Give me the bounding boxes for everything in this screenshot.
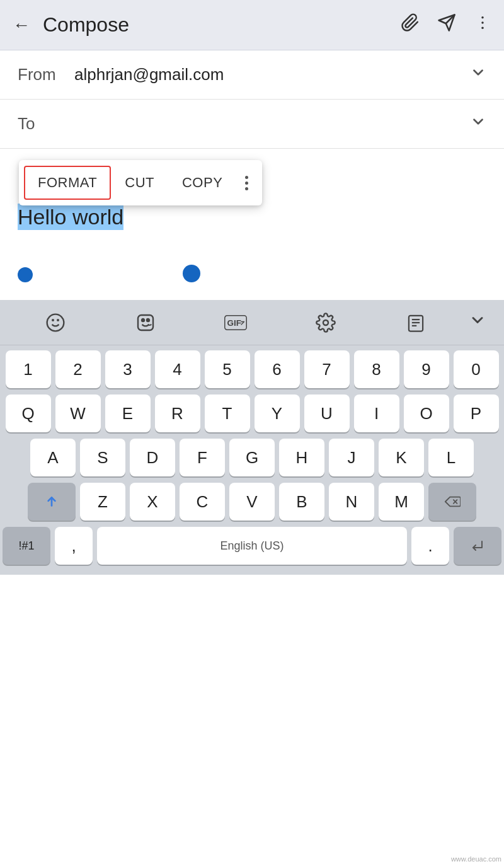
keyboard-row-bottom: !#1 , English (US) . bbox=[3, 527, 501, 565]
copy-button[interactable]: COPY bbox=[168, 166, 236, 200]
svg-point-3 bbox=[481, 21, 484, 24]
key-j[interactable]: J bbox=[329, 439, 374, 476]
enter-key[interactable] bbox=[454, 527, 501, 565]
context-menu: FORMAT CUT COPY bbox=[19, 160, 262, 205]
keyboard-row-qwerty: Q W E R T Y U I O P bbox=[3, 395, 501, 432]
settings-button[interactable] bbox=[281, 313, 371, 333]
key-h[interactable]: H bbox=[279, 439, 324, 476]
key-0[interactable]: 0 bbox=[454, 350, 499, 388]
page-title: Compose bbox=[43, 13, 401, 37]
more-vert-icon[interactable] bbox=[474, 14, 491, 36]
key-k[interactable]: K bbox=[379, 439, 424, 476]
emoji-button[interactable] bbox=[10, 313, 100, 333]
key-i[interactable]: I bbox=[354, 395, 399, 432]
key-d[interactable]: D bbox=[130, 439, 175, 476]
gif-button[interactable]: GIF bbox=[190, 314, 280, 331]
svg-point-9 bbox=[142, 319, 144, 321]
key-1[interactable]: 1 bbox=[6, 350, 51, 388]
from-value: alphrjan@gmail.com bbox=[74, 65, 464, 84]
key-p[interactable]: P bbox=[454, 395, 499, 432]
backspace-key[interactable] bbox=[428, 483, 476, 521]
key-n[interactable]: N bbox=[329, 483, 374, 521]
svg-rect-14 bbox=[409, 315, 423, 331]
key-6[interactable]: 6 bbox=[255, 350, 300, 388]
back-button[interactable]: ← bbox=[13, 15, 30, 35]
from-chevron-icon[interactable] bbox=[470, 64, 486, 85]
key-c[interactable]: C bbox=[180, 483, 225, 521]
keyboard: 1 2 3 4 5 6 7 8 9 0 Q W E R T Y U I O P … bbox=[0, 345, 504, 575]
key-z[interactable]: Z bbox=[80, 483, 125, 521]
collapse-keyboard-button[interactable] bbox=[461, 306, 494, 338]
key-o[interactable]: O bbox=[404, 395, 449, 432]
selection-handle-right[interactable] bbox=[183, 265, 200, 282]
key-l[interactable]: L bbox=[428, 439, 474, 476]
to-row[interactable]: To bbox=[0, 100, 504, 149]
key-e[interactable]: E bbox=[105, 395, 151, 432]
svg-rect-8 bbox=[138, 315, 153, 330]
sticker-button[interactable] bbox=[100, 313, 190, 333]
key-period[interactable]: . bbox=[411, 527, 449, 565]
key-a[interactable]: A bbox=[30, 439, 76, 476]
key-v[interactable]: V bbox=[229, 483, 275, 521]
keyboard-row-zxcv: Z X C V B N M bbox=[3, 483, 501, 521]
key-f[interactable]: F bbox=[180, 439, 225, 476]
key-w[interactable]: W bbox=[55, 395, 101, 432]
svg-text:GIF: GIF bbox=[227, 318, 242, 328]
key-3[interactable]: 3 bbox=[105, 350, 151, 388]
shift-key[interactable] bbox=[28, 483, 76, 521]
compose-text[interactable]: Hello world bbox=[18, 202, 486, 239]
key-8[interactable]: 8 bbox=[354, 350, 399, 388]
keyboard-row-asdf: A S D F G H J K L bbox=[3, 439, 501, 476]
key-x[interactable]: X bbox=[130, 483, 175, 521]
toolbar-icons bbox=[401, 13, 491, 37]
svg-point-13 bbox=[323, 320, 328, 325]
from-row: From alphrjan@gmail.com bbox=[0, 50, 504, 100]
keyboard-toolbar: GIF bbox=[0, 300, 504, 345]
compose-area[interactable]: FORMAT CUT COPY Hello world bbox=[0, 149, 504, 300]
svg-point-5 bbox=[47, 314, 64, 331]
key-7[interactable]: 7 bbox=[304, 350, 350, 388]
space-key[interactable]: English (US) bbox=[97, 527, 407, 565]
symbols-key[interactable]: !#1 bbox=[3, 527, 50, 565]
app-bar: ← Compose bbox=[0, 0, 504, 50]
clipboard-button[interactable] bbox=[371, 313, 461, 333]
key-q[interactable]: Q bbox=[6, 395, 51, 432]
watermark: www.deuac.com bbox=[451, 855, 501, 863]
key-9[interactable]: 9 bbox=[404, 350, 449, 388]
svg-point-4 bbox=[481, 26, 484, 29]
key-t[interactable]: T bbox=[205, 395, 250, 432]
selected-text: Hello world bbox=[18, 204, 123, 230]
format-button[interactable]: FORMAT bbox=[24, 166, 111, 200]
key-u[interactable]: U bbox=[304, 395, 350, 432]
key-4[interactable]: 4 bbox=[155, 350, 200, 388]
key-s[interactable]: S bbox=[80, 439, 125, 476]
email-form: From alphrjan@gmail.com To FORMAT CUT CO… bbox=[0, 50, 504, 300]
key-comma[interactable]: , bbox=[55, 527, 93, 565]
key-2[interactable]: 2 bbox=[55, 350, 101, 388]
cut-button[interactable]: CUT bbox=[111, 166, 168, 200]
more-options-button[interactable] bbox=[236, 171, 257, 195]
keyboard-row-numbers: 1 2 3 4 5 6 7 8 9 0 bbox=[3, 350, 501, 388]
svg-point-2 bbox=[481, 16, 484, 19]
selection-handle-left[interactable] bbox=[18, 267, 33, 282]
key-m[interactable]: M bbox=[379, 483, 424, 521]
key-g[interactable]: G bbox=[229, 439, 275, 476]
send-icon[interactable] bbox=[437, 13, 456, 37]
key-r[interactable]: R bbox=[155, 395, 200, 432]
key-y[interactable]: Y bbox=[255, 395, 300, 432]
svg-point-10 bbox=[147, 319, 149, 321]
attach-icon[interactable] bbox=[401, 13, 420, 37]
key-b[interactable]: B bbox=[279, 483, 324, 521]
from-label: From bbox=[18, 65, 74, 84]
key-5[interactable]: 5 bbox=[205, 350, 250, 388]
to-label: To bbox=[18, 114, 74, 134]
to-chevron-icon[interactable] bbox=[470, 113, 486, 134]
